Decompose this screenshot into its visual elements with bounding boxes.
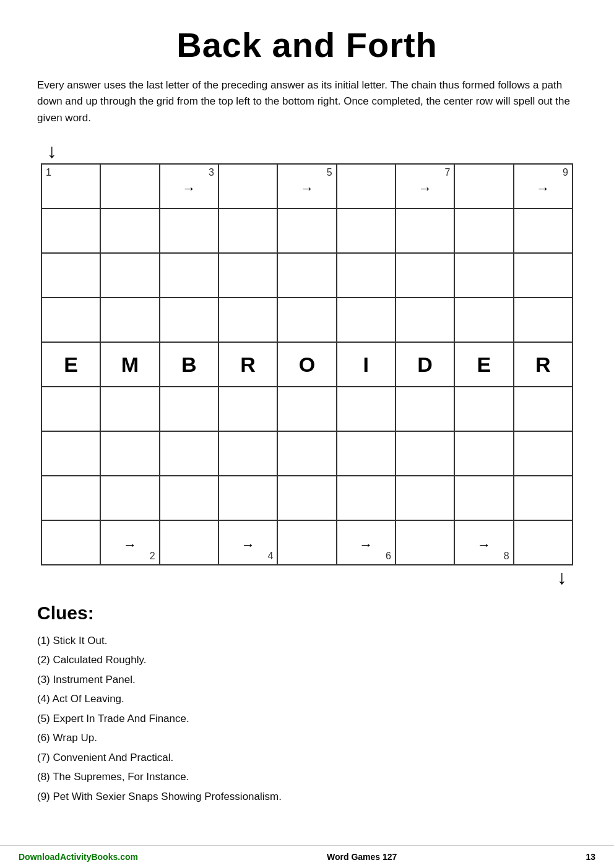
cell-blank <box>454 253 513 298</box>
cell-blank <box>454 387 513 431</box>
list-item: (3) Instrument Panel. <box>37 670 577 689</box>
center-letter-M: M <box>121 353 139 376</box>
cell-blank <box>277 431 336 476</box>
cell-blank <box>454 208 513 253</box>
right-arrow-2: → <box>123 537 137 553</box>
cell-6-bottom: → 6 <box>337 520 396 565</box>
footer: DownloadActivityBooks.com Word Games 127… <box>0 845 614 868</box>
cell-number-9: 9 <box>563 167 568 178</box>
center-row: E M B R O I D E R <box>41 342 573 387</box>
center-cell-E: E <box>41 342 100 387</box>
cell-number-1: 1 <box>46 167 51 178</box>
cell-blank <box>160 298 218 342</box>
cell-blank <box>277 476 336 520</box>
cell-blank <box>454 431 513 476</box>
cell-blank <box>218 298 277 342</box>
cell-blank <box>277 208 336 253</box>
cell-blank <box>396 298 454 342</box>
cell-blank <box>100 387 159 431</box>
right-arrow-4: → <box>241 537 255 553</box>
center-letter-E2: E <box>477 353 491 376</box>
cell-blank <box>337 253 396 298</box>
cell-5-top: → 5 <box>277 164 336 208</box>
cell-blank <box>218 476 277 520</box>
cell-2-bottom: → 2 <box>100 520 159 565</box>
cell-blank <box>100 476 159 520</box>
table-row <box>41 253 573 298</box>
list-item: (5) Expert In Trade And Finance. <box>37 709 577 728</box>
cell-blank <box>454 298 513 342</box>
center-cell-E2: E <box>454 342 513 387</box>
cell-blank <box>396 387 454 431</box>
cell-blank <box>218 208 277 253</box>
cell-number-5: 5 <box>327 167 332 178</box>
cell-3-top: → 3 <box>160 164 218 208</box>
cell-blank <box>514 387 573 431</box>
table-row <box>41 298 573 342</box>
cell-blank <box>160 208 218 253</box>
center-letter-O: O <box>299 353 315 376</box>
puzzle-grid-area: ↓ 1 → 3 → 5 <box>41 163 573 565</box>
center-letter-D: D <box>417 353 433 376</box>
center-cell-R2: R <box>514 342 573 387</box>
grid-wrapper: ↓ 1 → 3 → 5 <box>37 163 577 565</box>
list-item: (6) Wrap Up. <box>37 728 577 747</box>
center-cell-I: I <box>337 342 396 387</box>
right-arrow-5: → <box>300 181 314 197</box>
cell-4-bottom: → 4 <box>218 520 277 565</box>
cell-bottom-empty <box>277 520 336 565</box>
cell-bottom-empty <box>396 520 454 565</box>
cell-blank <box>277 253 336 298</box>
cell-blank <box>160 476 218 520</box>
footer-left: DownloadActivityBooks.com <box>19 852 138 862</box>
cell-blank <box>160 253 218 298</box>
puzzle-table: 1 → 3 → 5 → <box>41 163 573 565</box>
cell-blank <box>514 208 573 253</box>
cell-number-2: 2 <box>150 551 155 562</box>
list-item: (9) Pet With Sexier Snaps Showing Profes… <box>37 787 577 806</box>
footer-center: Word Games 127 <box>327 852 397 862</box>
description: Every answer uses the last letter of the… <box>37 77 577 126</box>
cell-number-7: 7 <box>444 167 450 178</box>
cell-blank <box>396 476 454 520</box>
list-item: (2) Calculated Roughly. <box>37 650 577 669</box>
cell-blank <box>277 387 336 431</box>
cell-blank <box>337 476 396 520</box>
footer-right: 13 <box>586 852 595 862</box>
cell-blank <box>41 298 100 342</box>
table-row <box>41 387 573 431</box>
cell-empty <box>337 164 396 208</box>
cell-blank <box>41 476 100 520</box>
cell-bottom-empty <box>160 520 218 565</box>
center-letter-B: B <box>181 353 197 376</box>
cell-blank <box>337 208 396 253</box>
cell-blank <box>396 431 454 476</box>
cell-blank <box>41 208 100 253</box>
cell-blank <box>160 431 218 476</box>
cell-empty <box>218 164 277 208</box>
cell-empty <box>454 164 513 208</box>
cell-number-8: 8 <box>504 551 509 562</box>
cell-8-bottom: → 8 <box>454 520 513 565</box>
cell-blank <box>41 253 100 298</box>
cell-blank <box>160 387 218 431</box>
cell-blank <box>454 476 513 520</box>
cell-blank <box>277 298 336 342</box>
table-row <box>41 476 573 520</box>
cell-bottom-empty <box>41 520 100 565</box>
top-entry-arrow: ↓ <box>47 140 57 163</box>
cell-bottom-empty <box>514 520 573 565</box>
right-arrow-8: → <box>477 537 491 553</box>
cell-empty <box>100 164 159 208</box>
cell-blank <box>337 431 396 476</box>
clues-list: (1) Stick It Out. (2) Calculated Roughly… <box>37 631 577 806</box>
cell-blank <box>100 253 159 298</box>
cell-blank <box>396 253 454 298</box>
center-letter-R: R <box>240 353 256 376</box>
cell-blank <box>337 387 396 431</box>
right-arrow-6: → <box>359 537 373 553</box>
right-arrow-3: → <box>182 181 196 197</box>
center-cell-B: B <box>160 342 218 387</box>
cell-blank <box>514 431 573 476</box>
center-cell-M: M <box>100 342 159 387</box>
